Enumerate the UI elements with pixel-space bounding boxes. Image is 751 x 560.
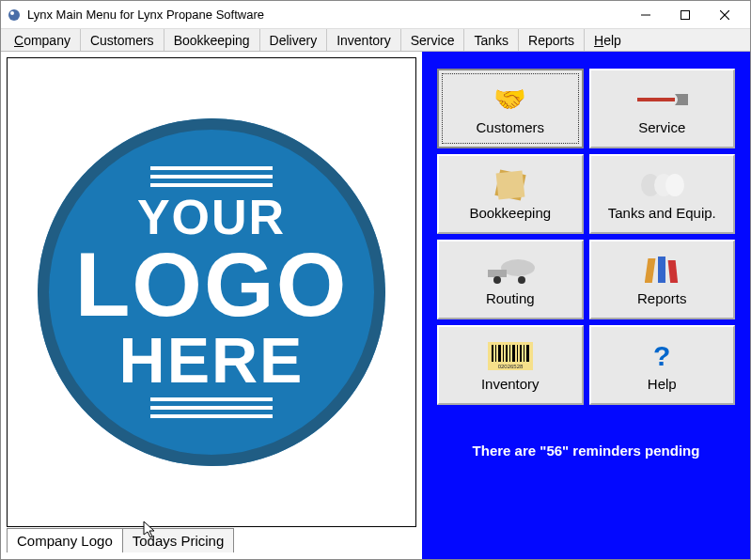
svg-rect-20 — [492, 345, 493, 362]
right-pane: 🤝 Customers Service Bookkeeping Tan — [422, 52, 750, 559]
menu-help[interactable]: Help — [585, 29, 631, 51]
handshake-icon: 🤝 — [493, 83, 526, 117]
svg-rect-28 — [520, 345, 522, 362]
svg-point-11 — [665, 174, 684, 196]
button-grid: 🤝 Customers Service Bookkeeping Tan — [431, 69, 741, 405]
svg-rect-8 — [495, 170, 524, 199]
svg-rect-18 — [668, 260, 679, 283]
menu-tanks[interactable]: Tanks — [464, 29, 519, 51]
logo-lines-bottom — [150, 397, 273, 418]
svg-point-0 — [8, 9, 20, 21]
svg-rect-3 — [681, 10, 690, 19]
titlebar: Lynx Main Menu for Lynx Propane Software — [1, 1, 750, 29]
tanks-equip-button-label: Tanks and Equip. — [608, 205, 716, 221]
maximize-button[interactable] — [665, 2, 705, 28]
help-button-label: Help — [648, 376, 677, 392]
ledger-icon — [493, 168, 527, 202]
left-tabs: Company Logo Todays Pricing — [7, 526, 416, 552]
reminder-prefix: There are " — [473, 443, 547, 459]
service-button-label: Service — [638, 119, 685, 135]
svg-rect-21 — [495, 345, 496, 362]
app-icon — [7, 8, 22, 23]
inventory-button[interactable]: 02026528 Inventory — [437, 325, 584, 405]
svg-rect-26 — [512, 345, 515, 362]
content: YOUR LOGO HERE Company Logo Todays Prici… — [1, 52, 750, 559]
bookkeeping-button[interactable]: Bookkeeping — [437, 154, 584, 234]
truck-icon — [484, 254, 537, 288]
tab-company-logo[interactable]: Company Logo — [7, 528, 123, 552]
logo-box: YOUR LOGO HERE — [7, 57, 416, 527]
reports-button-label: Reports — [637, 290, 687, 306]
svg-rect-23 — [503, 345, 504, 362]
service-button[interactable]: Service — [589, 69, 736, 148]
tanks-icon — [639, 168, 684, 202]
help-button[interactable]: ? Help — [589, 325, 736, 405]
left-pane: YOUR LOGO HERE Company Logo Todays Prici… — [1, 52, 422, 559]
svg-rect-29 — [524, 345, 524, 362]
menu-delivery[interactable]: Delivery — [260, 29, 328, 51]
menu-reports[interactable]: Reports — [519, 29, 585, 51]
menu-service[interactable]: Service — [401, 29, 465, 51]
wrench-icon — [634, 83, 690, 117]
menu-customers[interactable]: Customers — [81, 29, 164, 51]
customers-button[interactable]: 🤝 Customers — [437, 69, 584, 148]
logo-lines-top — [150, 166, 273, 187]
menu-company[interactable]: Company — [5, 29, 81, 51]
routing-button-label: Routing — [486, 290, 535, 306]
reminder-count: 56 — [546, 443, 562, 459]
svg-rect-24 — [506, 345, 508, 362]
reports-button[interactable]: Reports — [589, 240, 736, 319]
customers-button-label: Customers — [476, 119, 544, 135]
tab-todays-pricing[interactable]: Todays Pricing — [122, 528, 235, 552]
logo-placeholder: YOUR LOGO HERE — [38, 118, 385, 466]
svg-rect-25 — [509, 345, 510, 362]
svg-rect-22 — [498, 345, 501, 362]
menubar: Company Customers Bookkeeping Delivery I… — [1, 29, 750, 52]
reminders-text: There are "56" reminders pending — [431, 443, 741, 459]
tanks-equip-button[interactable]: Tanks and Equip. — [589, 154, 736, 234]
question-icon: ? — [653, 339, 670, 373]
window-title: Lynx Main Menu for Lynx Propane Software — [27, 8, 626, 22]
svg-point-14 — [493, 276, 501, 284]
svg-point-1 — [10, 11, 14, 15]
svg-rect-27 — [517, 345, 518, 362]
barcode-icon: 02026528 — [488, 339, 533, 373]
minimize-button[interactable] — [626, 2, 665, 28]
logo-text-here: HERE — [119, 328, 305, 392]
svg-rect-6 — [637, 98, 675, 101]
routing-button[interactable]: Routing — [437, 240, 584, 319]
menu-bookkeeping[interactable]: Bookkeeping — [164, 29, 260, 51]
svg-rect-30 — [526, 345, 529, 362]
reminder-suffix: " reminders pending — [562, 443, 699, 459]
svg-rect-16 — [645, 258, 655, 283]
books-icon — [645, 254, 679, 288]
svg-point-15 — [518, 276, 525, 284]
logo-text-logo: LOGO — [75, 241, 349, 327]
bookkeeping-button-label: Bookkeeping — [469, 205, 551, 221]
menu-inventory[interactable]: Inventory — [327, 29, 401, 51]
svg-text:02026528: 02026528 — [497, 364, 523, 369]
inventory-button-label: Inventory — [481, 376, 540, 392]
svg-rect-17 — [658, 257, 665, 283]
close-button[interactable] — [705, 2, 744, 28]
svg-rect-13 — [488, 270, 507, 277]
